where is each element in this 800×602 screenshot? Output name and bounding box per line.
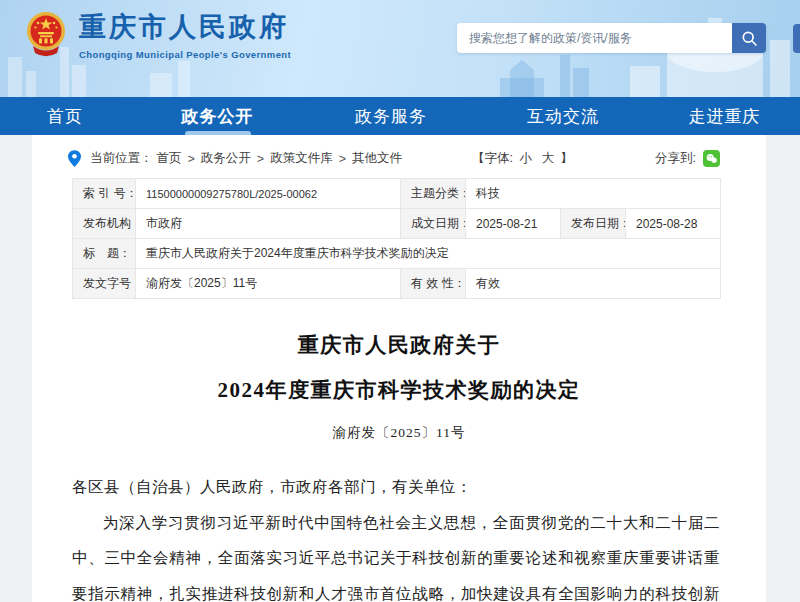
- edge-widget-fragment: [793, 24, 800, 53]
- location-pin-icon: [68, 150, 81, 167]
- site-title-block: 重庆市人民政府 Chongqing Municipal People's Gov…: [79, 9, 291, 60]
- site-header: 重庆市人民政府 Chongqing Municipal People's Gov…: [0, 0, 800, 97]
- font-control-prefix: 【字体:: [472, 151, 513, 165]
- meta-value-publish-date: 2025-08-28: [626, 209, 721, 239]
- nav-item-gov-affairs[interactable]: 政务公开: [130, 97, 305, 135]
- wechat-icon: [705, 152, 718, 165]
- site-logo[interactable]: 重庆市人民政府 Chongqing Municipal People's Gov…: [26, 9, 291, 60]
- share-control: 分享到:: [655, 150, 720, 167]
- doc-paragraph: 为深入学习贯彻习近平新时代中国特色社会主义思想，全面贯彻党的二十大和二十届二中、…: [72, 505, 720, 602]
- meta-label-validity: 有 效 性：: [401, 269, 466, 299]
- doc-title-line2: 2024年度重庆市科学技术奖励的决定: [32, 376, 766, 404]
- meta-label-doc-number: 发文字号：: [73, 269, 136, 299]
- breadcrumb-link-gov-affairs[interactable]: 政务公开: [201, 150, 251, 167]
- meta-row: 发文字号： 渝府发〔2025〕11号 有 效 性： 有效: [73, 269, 721, 299]
- nav-item-home[interactable]: 首页: [0, 97, 130, 135]
- font-smaller-button[interactable]: 小: [520, 151, 533, 165]
- meta-value-doc-number: 渝府发〔2025〕11号: [136, 269, 401, 299]
- wechat-share-button[interactable]: [703, 150, 720, 167]
- meta-value-written-date: 2025-08-21: [466, 209, 561, 239]
- meta-row: 标 题： 重庆市人民政府关于2024年度重庆市科学技术奖励的决定: [73, 239, 721, 269]
- meta-value-title: 重庆市人民政府关于2024年度重庆市科学技术奖励的决定: [136, 239, 721, 269]
- content-card: 当前位置： 首页 > 政务公开 > 政策文件库 > 其他文件 【字体: 小 大 …: [32, 135, 766, 602]
- doc-salutation: 各区县（自治县）人民政府，市政府各部门，有关单位：: [72, 469, 720, 505]
- breadcrumb-label: 当前位置：: [90, 150, 153, 167]
- meta-value-index: 11500000009275780L/2025-00062: [136, 179, 401, 209]
- document-header: 重庆市人民政府关于 2024年度重庆市科学技术奖励的决定 渝府发〔2025〕11…: [32, 331, 766, 442]
- meta-value-category: 科技: [466, 179, 721, 209]
- breadcrumb-link-home[interactable]: 首页: [157, 150, 182, 167]
- meta-row: 索 引 号： 11500000009275780L/2025-00062 主题分…: [73, 179, 721, 209]
- doc-meta-table: 索 引 号： 11500000009275780L/2025-00062 主题分…: [72, 178, 721, 299]
- share-label: 分享到:: [655, 150, 696, 167]
- meta-label-agency: 发布机构：: [73, 209, 136, 239]
- nav-item-gov-services[interactable]: 政务服务: [305, 97, 477, 135]
- meta-value-agency: 市政府: [136, 209, 401, 239]
- breadcrumb-separator: >: [339, 152, 346, 166]
- main-nav: 首页 政务公开 政务服务 互动交流 走进重庆: [0, 97, 800, 135]
- meta-label-title: 标 题：: [73, 239, 136, 269]
- meta-row: 发布机构： 市政府 成文日期： 2025-08-21 发布日期： 2025-08…: [73, 209, 721, 239]
- search-icon: [741, 30, 758, 47]
- site-subtitle: Chongqing Municipal People's Government: [79, 49, 291, 60]
- doc-title-line1: 重庆市人民政府关于: [32, 331, 766, 359]
- document-body: 各区县（自治县）人民政府，市政府各部门，有关单位： 为深入学习贯彻习近平新时代中…: [72, 469, 720, 602]
- nav-item-about-chongqing[interactable]: 走进重庆: [649, 97, 800, 135]
- site-title: 重庆市人民政府: [79, 9, 291, 45]
- font-larger-button[interactable]: 大: [542, 151, 555, 165]
- search-input[interactable]: [457, 23, 732, 53]
- nav-item-interaction[interactable]: 互动交流: [477, 97, 649, 135]
- font-control-suffix: 】: [561, 151, 574, 165]
- breadcrumb-row: 当前位置： 首页 > 政务公开 > 政策文件库 > 其他文件 【字体: 小 大 …: [32, 148, 766, 178]
- national-emblem-icon: [26, 10, 66, 60]
- active-tab-indicator: [185, 131, 251, 135]
- meta-value-validity: 有效: [466, 269, 721, 299]
- search-button[interactable]: [732, 23, 766, 53]
- meta-label-publish-date: 发布日期：: [561, 209, 626, 239]
- meta-label-index: 索 引 号：: [73, 179, 136, 209]
- font-size-control: 【字体: 小 大 】: [472, 150, 573, 167]
- page-background: 当前位置： 首页 > 政务公开 > 政策文件库 > 其他文件 【字体: 小 大 …: [0, 135, 800, 602]
- nav-item-label: 政务公开: [182, 105, 254, 128]
- site-search: [457, 23, 766, 53]
- doc-number: 渝府发〔2025〕11号: [32, 424, 766, 442]
- breadcrumb-link-policy-library[interactable]: 政策文件库: [270, 150, 333, 167]
- meta-label-category: 主题分类：: [401, 179, 466, 209]
- breadcrumb-link-other-docs[interactable]: 其他文件: [352, 150, 402, 167]
- breadcrumb-separator: >: [257, 152, 264, 166]
- breadcrumb-separator: >: [188, 152, 195, 166]
- meta-label-written-date: 成文日期：: [401, 209, 466, 239]
